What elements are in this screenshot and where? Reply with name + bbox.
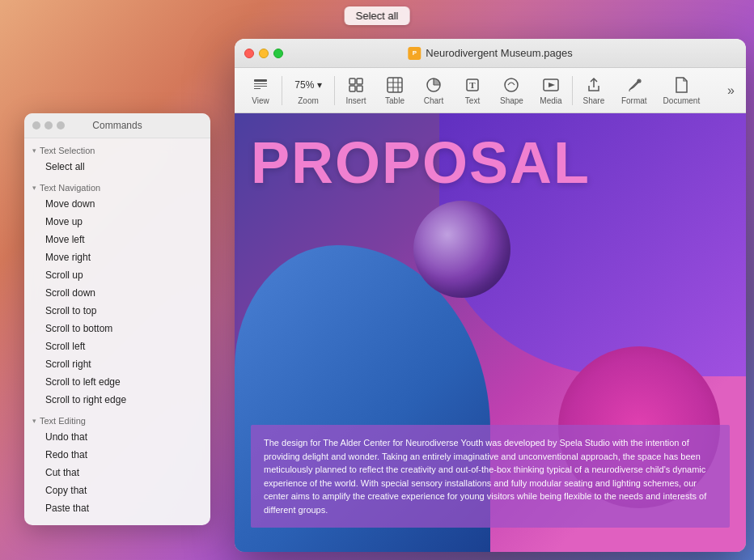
toolbar-shape[interactable]: Shape [492, 72, 532, 108]
chart-icon [425, 75, 443, 95]
svg-point-18 [505, 78, 518, 91]
format-icon [625, 75, 643, 95]
zoom-icon: 75% ▾ [294, 75, 321, 95]
chevron-down-icon: ▾ [32, 146, 36, 155]
commands-titlebar: Commands [24, 113, 210, 138]
close-button[interactable] [244, 49, 254, 58]
section-selection-label: Text Selection [40, 146, 95, 155]
table-icon [386, 75, 404, 95]
toolbar-text[interactable]: T Text [453, 72, 492, 108]
document-label: Document [663, 96, 701, 105]
section-navigation-label: Text Navigation [40, 183, 100, 193]
minimize-button[interactable] [259, 49, 269, 58]
document-background: PROPOSAL The design for The Alder Center… [235, 113, 746, 552]
svg-rect-5 [357, 78, 362, 84]
cmd-copy-that[interactable]: Copy that [28, 482, 207, 499]
cmd-move-left[interactable]: Move left [28, 231, 207, 248]
cmd-scroll-right[interactable]: Scroll right [28, 355, 207, 373]
section-text-navigation: ▾ Text Navigation Move down Move up Move… [24, 179, 210, 409]
pages-content: PROPOSAL The design for The Alder Center… [235, 113, 746, 552]
media-label: Media [540, 96, 561, 105]
toolbar-divider-2 [334, 76, 335, 105]
svg-rect-1 [254, 83, 267, 84]
proposal-title: PROPOSAL [251, 129, 730, 196]
insert-icon [347, 75, 365, 95]
svg-rect-0 [254, 79, 267, 82]
toolbar-media[interactable]: Media [532, 72, 570, 108]
cmd-scroll-to-left-edge[interactable]: Scroll to left edge [28, 373, 207, 391]
svg-rect-4 [349, 78, 355, 84]
section-navigation-header: ▾ Text Navigation [24, 179, 210, 195]
text-label: Text [465, 96, 480, 105]
toolbar-view[interactable]: View [241, 72, 280, 108]
cmd-scroll-to-bottom[interactable]: Scroll to bottom [28, 320, 207, 337]
media-icon [542, 75, 560, 95]
pages-app-icon: P [408, 47, 421, 60]
section-editing-header: ▾ Text Editing [24, 412, 210, 428]
svg-rect-7 [357, 86, 362, 91]
svg-text:T: T [469, 80, 476, 90]
pages-toolbar: View 75% ▾ Zoom Insert [235, 68, 746, 113]
view-icon [252, 75, 269, 95]
toolbar-more-button[interactable]: » [722, 80, 739, 101]
insert-label: Insert [345, 96, 366, 105]
cmd-move-down[interactable]: Move down [28, 195, 207, 213]
toolbar-divider-1 [282, 76, 282, 105]
window-title: P Neurodivergent Museum.pages [408, 47, 572, 60]
pages-traffic-lights [244, 49, 283, 58]
cmd-undo-that[interactable]: Undo that [28, 428, 207, 446]
cmd-scroll-down[interactable]: Scroll down [28, 284, 207, 302]
toolbar-share[interactable]: Share [574, 72, 613, 108]
document-page: PROPOSAL The design for The Alder Center… [235, 113, 746, 552]
svg-rect-3 [254, 88, 261, 89]
section-selection-header: ▾ Text Selection [24, 142, 210, 158]
cmd-cut-that[interactable]: Cut that [28, 464, 207, 482]
svg-rect-8 [388, 78, 402, 92]
cmd-close-button[interactable] [32, 121, 40, 129]
cmd-scroll-to-top[interactable]: Scroll to top [28, 302, 207, 320]
cmd-scroll-left[interactable]: Scroll left [28, 337, 207, 355]
cmd-select-all[interactable]: Select all [28, 158, 207, 176]
pages-window: P Neurodivergent Museum.pages View 75% ▾… [235, 39, 746, 552]
cmd-redo-that[interactable]: Redo that [28, 446, 207, 464]
chevron-down-icon-edit: ▾ [32, 417, 36, 425]
window-title-text: Neurodivergent Museum.pages [426, 47, 572, 59]
zoom-label: Zoom [298, 96, 319, 105]
section-text-editing: ▾ Text Editing Undo that Redo that Cut t… [24, 412, 210, 517]
section-text-selection: ▾ Text Selection Select all [24, 142, 210, 176]
svg-point-20 [638, 79, 641, 83]
toolbar-divider-3 [572, 76, 573, 105]
toolbar-format[interactable]: Format [613, 72, 655, 108]
sphere-shape [413, 201, 510, 298]
cmd-paste-that[interactable]: Paste that [28, 499, 207, 517]
toolbar-chart[interactable]: Chart [414, 72, 453, 108]
cmd-maximize-button[interactable] [57, 121, 65, 129]
toolbar-insert[interactable]: Insert [337, 72, 375, 108]
cmd-scroll-up[interactable]: Scroll up [28, 266, 207, 284]
commands-title: Commands [92, 120, 142, 131]
cmd-minimize-button[interactable] [44, 121, 53, 129]
commands-panel: Commands ▾ Text Selection Select all ▾ T… [24, 113, 210, 525]
chart-label: Chart [424, 96, 443, 105]
cmd-scroll-to-right-edge[interactable]: Scroll to right edge [28, 391, 207, 409]
text-icon: T [464, 75, 481, 95]
shape-label: Shape [500, 96, 523, 105]
format-label: Format [621, 96, 647, 105]
cmd-move-up[interactable]: Move up [28, 213, 207, 231]
toolbar-document[interactable]: Document [655, 72, 709, 108]
document-icon [672, 75, 690, 95]
cmd-move-right[interactable]: Move right [28, 248, 207, 266]
toolbar-zoom[interactable]: 75% ▾ Zoom [284, 72, 333, 108]
chevron-down-icon-nav: ▾ [32, 184, 36, 192]
share-icon [585, 75, 603, 95]
select-all-button[interactable]: Select all [345, 6, 410, 25]
section-editing-label: Text Editing [40, 416, 86, 426]
commands-traffic-lights [32, 121, 65, 129]
svg-rect-2 [254, 86, 267, 87]
toolbar-table[interactable]: Table [375, 72, 414, 108]
table-label: Table [385, 96, 405, 105]
view-label: View [252, 96, 269, 105]
maximize-button[interactable] [273, 49, 283, 58]
svg-rect-6 [349, 86, 355, 91]
proposal-body-text: The design for The Alder Center for Neur… [251, 425, 730, 528]
